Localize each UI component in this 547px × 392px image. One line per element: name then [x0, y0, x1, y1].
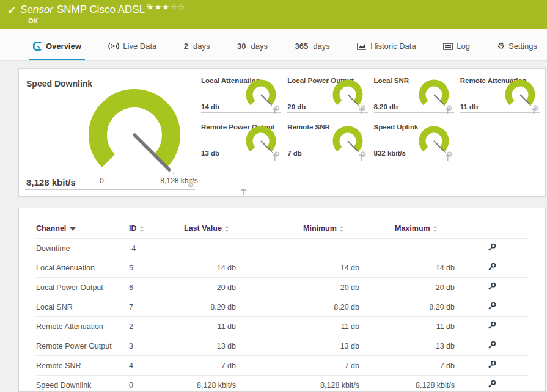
priority-stars[interactable]: ★★★☆☆	[147, 2, 185, 12]
channel-minimum	[303, 239, 395, 258]
channel-last-value: 14 db	[184, 258, 303, 278]
gauge-local-snr: Local SNR 8.20 db ⚙	[374, 75, 454, 113]
table-row[interactable]: Remote Power Output 3 13 db 13 db 13 db	[36, 336, 529, 356]
channel-name[interactable]: Downtime	[36, 239, 129, 258]
channel-last-value: 13 db	[184, 336, 303, 356]
gauge-remote-attenuation: Remote Attenuation 11 db ⚙	[460, 75, 540, 113]
sort-icon	[339, 226, 344, 232]
pin-icon[interactable]	[272, 108, 277, 115]
pin-icon[interactable]	[359, 154, 364, 161]
sort-icon	[433, 226, 438, 232]
col-last-value[interactable]: Last Value	[184, 217, 303, 239]
tab-365-days[interactable]: 365 days	[292, 42, 334, 60]
gauge-speed-uplink: Speed Uplink 832 kbit/s ⚙	[374, 122, 454, 159]
table-row[interactable]: Local SNR 7 8.20 db 8.20 db 8.20 db	[36, 297, 529, 317]
gauge-value: 8,128 kbit/s	[26, 177, 76, 187]
tab-overview[interactable]: Overview	[29, 42, 85, 60]
gear-icon: ⚙	[497, 41, 505, 51]
channel-minimum: 14 db	[303, 258, 395, 278]
channel-maximum	[395, 239, 486, 258]
table-row[interactable]: Local Attenuation 5 14 db 14 db 14 db	[36, 258, 529, 278]
log-icon	[443, 43, 453, 50]
edit-channel-wrench-icon[interactable]	[488, 243, 496, 252]
channels-panel: Channel ID Last Value Minimum Maximum Do…	[18, 208, 546, 392]
table-header-row: Channel ID Last Value Minimum Maximum	[36, 217, 529, 239]
col-channel[interactable]: Channel	[36, 217, 129, 239]
tab-live-data[interactable]: Live Data	[105, 42, 160, 60]
main-gauge-speed-downlink: Speed Downlink x 0 8,128 kbit/s 8,128 kb…	[25, 75, 195, 190]
table-row[interactable]: Speed Downlink 0 8,128 kbit/s 8,128 kbit…	[36, 376, 529, 392]
channel-minimum: 7 db	[303, 356, 395, 376]
tab-30-days[interactable]: 30 days	[233, 42, 271, 60]
channel-name[interactable]: Remote Attenuation	[36, 317, 129, 336]
table-row[interactable]: Remote SNR 4 7 db 7 db 7 db	[36, 356, 529, 376]
broadcast-icon	[108, 42, 119, 50]
pin-icon[interactable]	[359, 108, 364, 115]
pin-icon[interactable]	[241, 189, 246, 195]
channel-name[interactable]: Local Power Output	[36, 278, 129, 297]
channel-minimum: 8,128 kbit/s	[303, 376, 395, 392]
gauge-scale-min: 0	[100, 176, 104, 185]
channel-id: 3	[129, 336, 184, 356]
tab-settings[interactable]: ⚙ Settings	[493, 41, 541, 60]
edit-channel-wrench-icon[interactable]	[488, 341, 496, 349]
speed-downlink-gauge: x	[79, 82, 190, 185]
channel-maximum: 14 db	[395, 258, 486, 278]
gear-icon[interactable]: ⚙	[187, 181, 194, 189]
chart-icon	[357, 42, 367, 50]
channel-name[interactable]: Local Attenuation	[36, 258, 129, 278]
channel-maximum: 13 db	[395, 336, 486, 356]
pin-icon[interactable]	[445, 108, 450, 115]
sensor-name: SNMP Cisco ADSL	[57, 4, 145, 15]
edit-channel-wrench-icon[interactable]	[488, 282, 496, 291]
channel-name[interactable]: Local SNR	[36, 297, 129, 317]
gauge-local-attenuation: Local Attenuation 14 db ⚙	[201, 75, 281, 113]
gauge-scale-max: 8,128 kbit/s	[145, 176, 213, 185]
page-title: SensorSNMP Cisco ADSL⚐	[20, 3, 152, 16]
title-prefix: Sensor	[20, 4, 53, 15]
channel-minimum: 8.20 db	[303, 297, 395, 317]
channel-maximum: 11 db	[395, 317, 486, 336]
tab-2-days[interactable]: 2 days	[180, 42, 214, 60]
channel-name[interactable]: Remote SNR	[36, 356, 129, 376]
table-row[interactable]: Downtime -4	[36, 239, 529, 258]
tab-log[interactable]: Log	[439, 42, 474, 60]
edit-channel-wrench-icon[interactable]	[488, 302, 496, 310]
tab-bar: Overview Live Data 2 days 30 days 365 da…	[0, 29, 547, 61]
col-id[interactable]: ID	[129, 217, 184, 239]
gauge-icon	[33, 42, 42, 51]
sort-desc-icon	[70, 227, 76, 231]
gauge-remote-snr: Remote SNR 7 db ⚙	[287, 122, 367, 159]
channel-name[interactable]: Remote Power Output	[36, 336, 129, 356]
edit-channel-wrench-icon[interactable]	[488, 321, 496, 330]
sort-icon	[224, 226, 229, 232]
channel-name[interactable]: Speed Downlink	[36, 376, 129, 392]
channel-id: 7	[129, 297, 184, 317]
col-maximum[interactable]: Maximum	[395, 217, 486, 239]
channel-last-value: 8.20 db	[184, 297, 303, 317]
gauge-local-power-output: Local Power Output 20 db ⚙	[287, 75, 367, 113]
channels-table: Channel ID Last Value Minimum Maximum Do…	[36, 217, 529, 392]
channel-id: -4	[129, 239, 184, 258]
channel-id: 5	[129, 258, 184, 278]
pin-icon[interactable]	[445, 154, 450, 161]
edit-channel-wrench-icon[interactable]	[488, 263, 496, 271]
channel-last-value: 11 db	[184, 317, 303, 336]
channel-last-value: 8,128 kbit/s	[184, 376, 303, 392]
pin-icon[interactable]	[531, 108, 537, 115]
channel-maximum: 20 db	[395, 278, 486, 297]
channel-maximum: 8.20 db	[395, 297, 486, 317]
tab-historic-data[interactable]: Historic Data	[353, 42, 419, 60]
table-row[interactable]: Local Power Output 6 20 db 20 db 20 db	[36, 278, 529, 297]
pin-icon[interactable]	[272, 154, 277, 161]
channel-id: 4	[129, 356, 184, 376]
channel-last-value: 7 db	[184, 356, 303, 376]
edit-channel-wrench-icon[interactable]	[488, 360, 496, 369]
gauge-remote-power-output: Remote Power Output 13 db ⚙	[201, 122, 281, 159]
col-minimum[interactable]: Minimum	[303, 217, 395, 239]
table-row[interactable]: Remote Attenuation 2 11 db 11 db 11 db	[36, 317, 529, 336]
col-actions	[486, 217, 529, 239]
channel-maximum: 8,128 kbit/s	[395, 376, 486, 392]
edit-channel-wrench-icon[interactable]	[488, 380, 496, 388]
channel-maximum: 7 db	[395, 356, 486, 376]
